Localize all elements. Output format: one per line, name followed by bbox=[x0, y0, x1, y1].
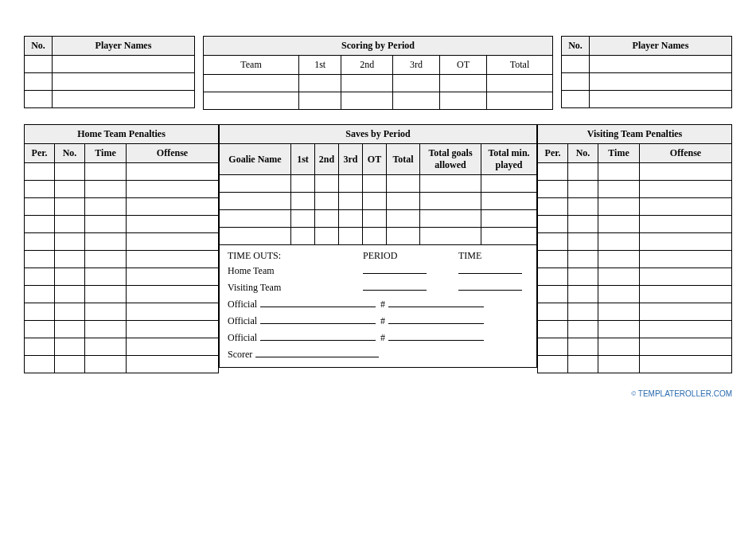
label-scorer: Scorer bbox=[228, 349, 252, 361]
label-official: Official bbox=[228, 332, 257, 344]
blank-line[interactable] bbox=[260, 323, 376, 324]
col-1st: 1st bbox=[291, 144, 315, 175]
table-row bbox=[538, 216, 732, 233]
row-official-2: Official # bbox=[228, 315, 528, 327]
table-row bbox=[538, 163, 732, 181]
col-tmp: Total min. played bbox=[481, 144, 537, 175]
table-row bbox=[25, 56, 195, 73]
col-1st: 1st bbox=[299, 56, 341, 75]
table-row bbox=[25, 251, 219, 268]
scoring-table: Scoring by Period Team 1st 2nd 3rd OT To… bbox=[203, 36, 553, 110]
col-offense: Offense bbox=[640, 144, 732, 163]
col-offense: Offense bbox=[127, 144, 219, 163]
col-time: Time bbox=[85, 144, 127, 163]
home-penalties-table: Home Team Penalties Per. No. Time Offens… bbox=[24, 124, 219, 373]
col-tga: Total goals allowed bbox=[420, 144, 481, 175]
home-penalties-title: Home Team Penalties bbox=[25, 125, 219, 144]
label-hash: # bbox=[380, 332, 385, 344]
row-home-team: Home Team bbox=[228, 265, 528, 277]
table-row bbox=[25, 356, 219, 373]
players-left-table: No. Player Names bbox=[24, 36, 195, 108]
blank-line[interactable] bbox=[458, 290, 522, 291]
table-row bbox=[538, 321, 732, 338]
label-time: TIME bbox=[458, 250, 481, 262]
col-time: Time bbox=[598, 144, 640, 163]
label-hash: # bbox=[380, 315, 385, 327]
table-row bbox=[538, 181, 732, 198]
table-row bbox=[220, 175, 537, 193]
table-row bbox=[220, 193, 537, 210]
blank-line[interactable] bbox=[260, 307, 376, 307]
table-row bbox=[204, 92, 553, 110]
visiting-penalties: Visiting Team Penalties Per. No. Time Of… bbox=[537, 124, 732, 373]
saves-title: Saves by Period bbox=[220, 125, 537, 144]
blank-line[interactable] bbox=[458, 273, 522, 274]
row-scorer: Scorer bbox=[228, 349, 528, 361]
label-visiting-team: Visiting Team bbox=[228, 282, 363, 294]
table-row bbox=[538, 233, 732, 251]
col-no: No. bbox=[568, 144, 598, 163]
col-3rd: 3rd bbox=[339, 144, 363, 175]
table-row bbox=[25, 198, 219, 216]
blank-line[interactable] bbox=[255, 357, 379, 357]
table-row bbox=[220, 210, 537, 228]
col-2nd: 2nd bbox=[341, 56, 393, 75]
col-no: No. bbox=[562, 37, 590, 56]
timeouts-header: TIME OUTS: PERIOD TIME bbox=[228, 250, 528, 262]
blank-line[interactable] bbox=[388, 340, 484, 341]
col-team: Team bbox=[204, 56, 299, 75]
col-ot: OT bbox=[440, 56, 487, 75]
blank-line[interactable] bbox=[363, 290, 427, 291]
home-penalties: Home Team Penalties Per. No. Time Offens… bbox=[24, 124, 219, 373]
visiting-penalties-table: Visiting Team Penalties Per. No. Time Of… bbox=[537, 124, 732, 373]
table-row bbox=[25, 163, 219, 181]
copyright-icon: © bbox=[631, 390, 636, 397]
col-goalie: Goalie Name bbox=[220, 144, 291, 175]
table-row bbox=[562, 91, 732, 108]
row-official-1: Official # bbox=[228, 299, 528, 310]
footer-site: TEMPLATEROLLER.COM bbox=[638, 389, 732, 398]
blank-line[interactable] bbox=[363, 273, 427, 274]
top-tables: No. Player Names Scoring by Period Team … bbox=[24, 36, 732, 110]
table-row bbox=[562, 56, 732, 73]
table-row bbox=[204, 75, 553, 92]
label-period: PERIOD bbox=[363, 250, 458, 262]
signatures-box: TIME OUTS: PERIOD TIME Home Team Visitin… bbox=[219, 245, 537, 368]
table-row bbox=[538, 356, 732, 373]
col-2nd: 2nd bbox=[315, 144, 339, 175]
table-row bbox=[25, 303, 219, 321]
col-total: Total bbox=[487, 56, 553, 75]
table-row bbox=[538, 268, 732, 286]
blank-line[interactable] bbox=[388, 307, 484, 307]
table-row bbox=[25, 216, 219, 233]
label-hash: # bbox=[380, 299, 385, 310]
blank-line[interactable] bbox=[260, 340, 376, 341]
scoring-title: Scoring by Period bbox=[204, 37, 553, 56]
table-row bbox=[538, 286, 732, 303]
col-ot: OT bbox=[363, 144, 387, 175]
table-row bbox=[25, 338, 219, 356]
main-tables: Home Team Penalties Per. No. Time Offens… bbox=[24, 124, 732, 373]
table-row bbox=[538, 303, 732, 321]
players-left: No. Player Names bbox=[24, 36, 195, 110]
table-row bbox=[25, 286, 219, 303]
table-row bbox=[25, 233, 219, 251]
table-row bbox=[538, 198, 732, 216]
table-row bbox=[25, 181, 219, 198]
players-right-table: No. Player Names bbox=[561, 36, 732, 108]
footer: © TEMPLATEROLLER.COM bbox=[24, 389, 732, 398]
col-player-names: Player Names bbox=[53, 37, 195, 56]
col-no: No. bbox=[55, 144, 85, 163]
table-row bbox=[25, 268, 219, 286]
table-row bbox=[562, 73, 732, 91]
col-per: Per. bbox=[538, 144, 568, 163]
row-visiting-team: Visiting Team bbox=[228, 282, 528, 294]
blank-line[interactable] bbox=[388, 323, 484, 324]
col-no: No. bbox=[25, 37, 53, 56]
table-row bbox=[25, 73, 195, 91]
label-official: Official bbox=[228, 299, 257, 310]
col-per: Per. bbox=[25, 144, 55, 163]
col-3rd: 3rd bbox=[393, 56, 440, 75]
table-row bbox=[538, 338, 732, 356]
saves-table: Saves by Period Goalie Name 1st 2nd 3rd … bbox=[219, 124, 537, 245]
